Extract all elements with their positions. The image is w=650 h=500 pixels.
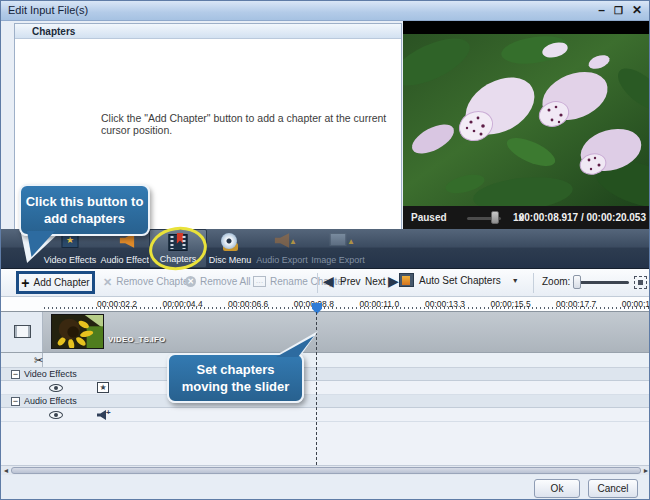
ok-button[interactable]: Ok [534,479,580,498]
footer-bar: Ok Cancel [1,475,650,500]
image-export-icon [330,233,347,246]
video-track-row: VIDEO_TS.IFO [1,312,650,353]
chapter-toolbar: + Add Chapter ✕ Remove Chapter ✕ Remove … [1,269,650,297]
timeline-cursor-line[interactable] [316,312,317,465]
video-effects-track: ★ [1,381,650,395]
auto-set-chapters-dropdown[interactable]: Auto Set Chapters ▼ [399,273,519,287]
zoom-slider-track[interactable] [573,281,629,284]
video-effect-star-icon[interactable]: ★ [97,382,109,393]
callout-add-chapters: Click this button to add chapters [19,184,150,236]
video-effects-section-header[interactable]: − Video Effects [1,368,650,381]
close-icon[interactable]: ✕ [632,3,642,18]
prev-chapter-arrow-icon[interactable]: ◀ [323,273,334,289]
visibility-eye-icon[interactable] [49,411,63,419]
remove-chapter-button: ✕ Remove Chapter [103,276,192,287]
collapse-icon[interactable]: − [11,397,20,406]
scroll-right-icon[interactable]: ► [641,466,650,475]
zoom-slider-handle[interactable] [573,275,581,289]
plus-icon: + [21,278,29,288]
remove-all-icon: ✕ [185,276,196,287]
callout-set-chapters: Set chapters moving the slider [167,353,304,403]
dropdown-caret-icon: ▼ [512,277,519,284]
preview-control-bar: Paused 1x 00:00:08.917 / 00:00:20.053 [403,206,650,229]
horizontal-scrollbar[interactable]: ◄ ► [1,465,650,475]
tab-audio-export: ▲ Audio Export [253,229,311,268]
speed-slider-handle[interactable] [491,211,499,224]
video-frame-foxglove-flowers [403,34,650,206]
filmstrip-icon [14,325,31,338]
zoom-label: Zoom: [542,276,570,287]
disc-menu-icon [221,233,239,251]
remove-all-button: ✕ Remove All [185,276,251,287]
visibility-eye-icon[interactable] [49,384,63,392]
ruler-tick-dots [44,307,650,309]
maximize-icon[interactable]: ❐ [614,3,623,18]
minimize-icon[interactable]: – [598,3,605,18]
scrollbar-thumb[interactable] [11,467,641,474]
edit-input-files-dialog: Edit Input File(s) – ❐ ✕ Chapters Click … [0,0,650,500]
clip-filename-label: VIDEO_TS.IFO [108,335,166,344]
add-chapter-button[interactable]: + Add Chapter [16,271,95,294]
timeline-ruler[interactable]: 00:00:02.200:00:04.400:00:06.600:00:08.8… [1,297,650,312]
timecode: 00:00:08.917 / 00:00:20.053 [519,212,646,223]
audio-effect-speaker-icon[interactable]: + [97,410,110,420]
audio-effects-section-header[interactable]: − Audio Effects [1,395,650,408]
clip-thumbnail-sunflower[interactable] [51,314,104,349]
fit-timeline-icon[interactable] [634,276,647,289]
next-chapter-button[interactable]: Next [365,276,386,287]
chapters-icon [169,234,188,251]
audio-effects-track: + [1,408,650,422]
video-track-header [1,312,43,352]
title-bar: Edit Input File(s) – ❐ ✕ [1,1,649,21]
tab-chapters[interactable]: Chapters [149,229,207,268]
auto-set-chapters-icon [399,273,414,287]
scissors-icon: ✂ [34,354,43,367]
chapters-panel-header: Chapters [15,24,401,39]
tab-image-export: ▲ Image Export [309,229,367,268]
audio-export-icon [275,233,290,248]
next-chapter-arrow-icon[interactable]: ▶ [388,273,399,289]
video-preview: Paused 1x 00:00:08.917 / 00:00:20.053 [403,21,650,229]
window-title: Edit Input File(s) [8,4,88,16]
scroll-left-icon[interactable]: ◄ [1,466,11,475]
rename-icon: … [253,276,266,287]
prev-chapter-button[interactable]: Prev [340,276,361,287]
remove-x-icon: ✕ [103,277,112,287]
cancel-button[interactable]: Cancel [588,479,638,498]
cut-track-row: ✂ [1,353,650,368]
timeline-empty-area [1,422,650,465]
tab-disc-menu[interactable]: Disc Menu [201,229,259,268]
chapters-hint-text: Click the "Add Chapter" button to add a … [101,112,391,136]
collapse-icon[interactable]: − [11,370,20,379]
playback-status: Paused [411,212,447,223]
